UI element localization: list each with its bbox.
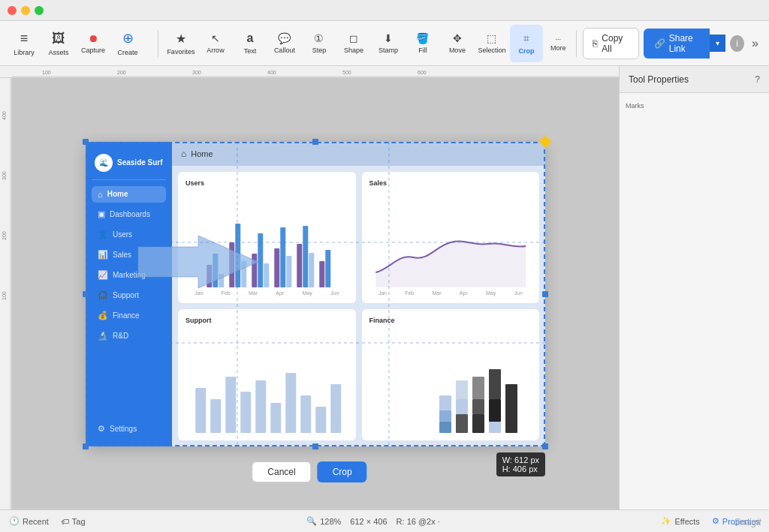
toolbar-divider-2	[576, 30, 577, 57]
finance-chart-card: Finance	[362, 309, 540, 440]
support-chart-svg	[185, 365, 348, 433]
svg-text:100: 100	[2, 291, 7, 300]
chevron-down-icon: ▾	[716, 39, 719, 47]
snagit-text: Snagit	[734, 516, 761, 527]
sidebar-home-label: Home	[107, 190, 128, 198]
svg-rect-39	[439, 395, 451, 410]
svg-rect-51	[505, 384, 517, 433]
arrow-btn[interactable]: ↖ Arrow	[199, 25, 232, 62]
svg-rect-31	[225, 377, 236, 433]
assets-icon: 🖼	[52, 31, 65, 47]
sidebar-users-label: Users	[113, 230, 132, 239]
link-icon: 🔗	[654, 38, 665, 49]
favorites-btn[interactable]: ★ Favorites	[164, 25, 198, 62]
settings-icon: ⚙	[98, 424, 105, 434]
callout-label: Callout	[274, 47, 295, 54]
sidebar-item-support[interactable]: 🎧 Support	[92, 287, 166, 304]
share-link-label: Share Link	[669, 33, 699, 54]
cancel-button[interactable]: Cancel	[252, 461, 311, 482]
maximize-button[interactable]	[35, 6, 44, 15]
copy-all-btn[interactable]: ⎘ Copy All	[583, 28, 638, 59]
recent-item[interactable]: 🕐 Recent	[9, 516, 49, 526]
tag-item[interactable]: 🏷 Tag	[61, 517, 86, 526]
text-btn[interactable]: a Text	[234, 25, 267, 62]
svg-text:600: 600	[418, 70, 427, 75]
more-btn[interactable]: ··· More	[546, 32, 571, 55]
assets-label: Assets	[48, 49, 68, 56]
crop-tool-btn[interactable]: ⌗ Crop	[510, 25, 543, 62]
sidebar-rd-label: R&D	[113, 332, 128, 340]
canvas-content[interactable]: 🌊 Seaside Surf ⌂ Home ▣ Dashboards �	[12, 78, 619, 509]
svg-rect-18	[252, 254, 257, 287]
traffic-lights	[8, 6, 44, 15]
shape-btn[interactable]: ◻ Shape	[337, 25, 370, 62]
svg-rect-44	[456, 414, 468, 433]
finance-chart-area	[369, 329, 532, 433]
svg-text:500: 500	[342, 70, 351, 75]
effects-item[interactable]: ✨ Effects	[661, 516, 699, 526]
arrow-label: Arrow	[207, 47, 225, 54]
share-link-main[interactable]: 🔗 Share Link	[644, 29, 710, 59]
dimensions-label: 612 × 406	[350, 517, 387, 526]
crop-button[interactable]: Crop	[318, 461, 367, 482]
svg-rect-30	[210, 399, 221, 433]
expand-btn[interactable]: »	[749, 34, 761, 53]
fill-btn[interactable]: 🪣 Fill	[406, 25, 439, 62]
toolbar: ≡ Library 🖼 Assets ⏺ Capture ⊕ Create ★ …	[0, 21, 769, 66]
zoom-label: 128%	[320, 517, 341, 526]
tag-icon: 🏷	[61, 517, 69, 526]
library-btn[interactable]: ≡ Library	[8, 25, 41, 62]
zoom-item[interactable]: 🔍 128%	[306, 516, 341, 526]
text-icon: a	[246, 32, 253, 45]
sidebar-item-users[interactable]: 👤 Users	[92, 226, 166, 243]
sidebar-item-dashboards[interactable]: ▣ Dashboards	[92, 206, 166, 223]
action-buttons: Cancel Crop	[252, 461, 366, 482]
share-link-btn[interactable]: 🔗 Share Link ▾	[644, 29, 725, 59]
crop-label: Crop	[518, 47, 534, 55]
stamp-btn[interactable]: ⬇ Stamp	[372, 25, 405, 62]
svg-rect-50	[489, 422, 501, 433]
minimize-button[interactable]	[21, 6, 30, 15]
menu-icon: ≡	[20, 31, 29, 47]
close-button[interactable]	[8, 6, 17, 15]
properties-scroll-area[interactable]: Marks	[620, 93, 769, 509]
move-icon: ✥	[453, 32, 462, 44]
step-btn[interactable]: ① Step	[303, 25, 336, 62]
svg-rect-41	[439, 422, 451, 433]
callout-btn[interactable]: 💬 Callout	[268, 25, 301, 62]
svg-rect-43	[456, 399, 468, 414]
step-label: Step	[312, 47, 327, 54]
svg-rect-29	[195, 388, 206, 433]
tag-label: Tag	[72, 517, 86, 526]
selection-btn[interactable]: ⬚ Selection	[475, 25, 508, 62]
info-btn[interactable]: i	[730, 35, 744, 52]
svg-rect-23	[286, 256, 291, 287]
capture-icon: ⏺	[88, 32, 98, 44]
capture-btn[interactable]: ⏺ Capture	[77, 25, 110, 62]
title-bar	[0, 0, 769, 21]
svg-rect-25	[303, 226, 308, 287]
canvas-area[interactable]: 100 200 300 400 500 600 400 300 200 100	[0, 66, 619, 509]
stamp-label: Stamp	[378, 47, 398, 54]
move-btn[interactable]: ✥ Move	[441, 25, 474, 62]
sidebar-item-rd[interactable]: 🔬 R&D	[92, 327, 166, 344]
create-btn[interactable]: ⊕ Create	[111, 25, 144, 62]
share-link-dropdown[interactable]: ▾	[710, 35, 725, 52]
svg-text:400: 400	[2, 111, 7, 120]
help-icon[interactable]: ?	[755, 74, 760, 85]
ruler-top: 100 200 300 400 500 600	[0, 66, 619, 78]
svg-rect-36	[300, 395, 311, 433]
sidebar-item-home[interactable]: ⌂ Home	[92, 186, 166, 203]
dashboard-wrapper: 🌊 Seaside Surf ⌂ Home ▣ Dashboards �	[86, 142, 545, 446]
expand-icon: »	[752, 37, 758, 50]
create-icon: ⊕	[122, 30, 134, 47]
sidebar-item-finance[interactable]: 💰 Finance	[92, 307, 166, 324]
svg-rect-24	[297, 244, 302, 287]
assets-btn[interactable]: 🖼 Assets	[42, 25, 75, 62]
recent-icon: 🕐	[9, 516, 20, 526]
sidebar-item-sales[interactable]: 📊 Sales	[92, 246, 166, 263]
sidebar-item-settings[interactable]: ⚙ Settings	[92, 420, 166, 437]
step-icon: ①	[314, 32, 324, 44]
svg-rect-38	[330, 384, 341, 433]
sidebar-item-marketing[interactable]: 📈 Marketing	[92, 266, 166, 284]
